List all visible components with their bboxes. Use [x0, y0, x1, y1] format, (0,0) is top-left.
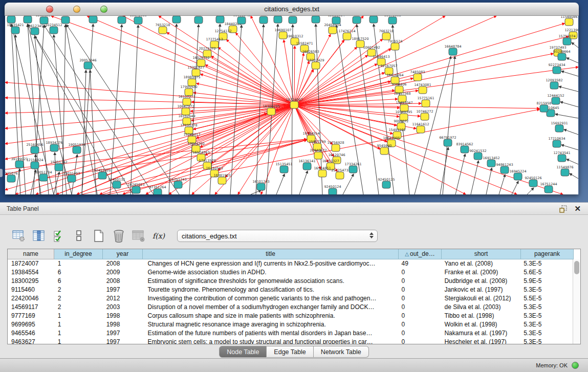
citation-edge-red[interactable] — [294, 105, 539, 108]
table-row[interactable]: 969969511998Structural magnetic resonanc… — [8, 320, 573, 329]
column-header-name[interactable]: name — [8, 249, 54, 259]
table-row[interactable]: 1938455462009Genome-wide association stu… — [8, 268, 573, 277]
table-row[interactable]: 1872400712008Changes of HCN gene express… — [8, 259, 573, 268]
citation-edge-red[interactable] — [5, 105, 294, 159]
network-graph[interactable]: 1872400718440204127541321727541320279372… — [5, 16, 578, 194]
citation-edge-black[interactable] — [82, 24, 93, 194]
graph-node[interactable]: 18935421 — [7, 23, 24, 34]
graph-node[interactable]: 7653218 — [156, 23, 170, 34]
citation-edge-red[interactable] — [201, 74, 294, 105]
function-builder-icon[interactable]: f(x) — [152, 229, 165, 243]
tab-network-table[interactable]: Network Table — [314, 346, 369, 358]
graph-node[interactable]: 12093582 — [546, 78, 562, 89]
citation-edge-red[interactable] — [56, 113, 267, 194]
column-header-in_degree[interactable]: in_degree — [54, 249, 103, 259]
graph-node[interactable]: 11575138 — [384, 16, 401, 24]
citation-edge-black[interactable] — [499, 174, 505, 194]
graph-node[interactable]: 16648781 — [365, 16, 382, 23]
graph-node[interactable]: 81630431 — [168, 16, 185, 23]
table-body[interactable]: 1872400712008Changes of HCN gene express… — [8, 259, 573, 344]
new-table-icon[interactable] — [92, 229, 105, 243]
table-row[interactable]: 911546021997Tourette syndrome. Phenomeno… — [8, 286, 573, 294]
graph-node[interactable]: 11544083 — [307, 16, 324, 23]
graph-node[interactable]: 10719185 — [113, 16, 130, 24]
graph-node[interactable]: 20840672 — [310, 148, 326, 159]
table-vertical-scrollbar[interactable] — [573, 259, 580, 344]
graph-node[interactable]: 97351264 — [149, 185, 166, 194]
citation-edge-black[interactable] — [343, 174, 354, 194]
graph-node[interactable]: 92450124 — [324, 185, 341, 194]
column-header-short[interactable]: short — [442, 249, 521, 259]
delete-icon[interactable] — [112, 229, 125, 243]
graph-node[interactable]: 19756928 — [327, 141, 344, 151]
graph-node[interactable]: 15276072 — [57, 16, 74, 24]
graph-node[interactable]: 81302742 — [284, 16, 301, 24]
graph-node[interactable]: 14055726 — [5, 16, 20, 23]
graph-node[interactable]: 19051934 — [68, 143, 85, 154]
citation-edge-black[interactable] — [572, 42, 578, 48]
citation-edge-red[interactable] — [294, 46, 295, 105]
citation-edge-black[interactable] — [567, 58, 578, 63]
citation-edge-black[interactable] — [443, 56, 455, 194]
graph-node[interactable]: 16157277 — [178, 95, 195, 105]
scrollbar-thumb[interactable] — [574, 261, 579, 274]
graph-node[interactable]: 10234512 — [45, 23, 62, 34]
citation-edge-black[interactable] — [440, 147, 448, 194]
graph-node[interactable]: 17210634 — [548, 137, 565, 147]
citation-edge-black[interactable] — [570, 173, 578, 179]
citation-edge-black[interactable] — [15, 35, 26, 194]
graph-node[interactable]: 18985075 — [183, 75, 200, 86]
graph-node[interactable]: 18381903 — [213, 173, 230, 184]
graph-node[interactable]: 25160656 — [26, 143, 43, 154]
citation-edge-red[interactable] — [5, 105, 294, 113]
citation-edge-black[interactable] — [560, 102, 578, 107]
citation-edge-black[interactable] — [527, 188, 534, 194]
citation-edge-black[interactable] — [169, 24, 177, 194]
citation-edge-red[interactable] — [294, 53, 303, 105]
column-header-title[interactable]: title — [143, 249, 399, 259]
graph-node[interactable]: 11548086 — [560, 16, 577, 26]
table-row[interactable]: 1830029562008Estimation of significance … — [8, 277, 573, 286]
select-column-icon[interactable] — [32, 229, 46, 243]
network-window-titlebar[interactable]: citations_edges.txt — [5, 3, 579, 16]
citation-edge-red[interactable] — [218, 47, 294, 105]
citation-edge-red[interactable] — [294, 73, 385, 105]
tab-node-table[interactable]: Node Table — [219, 346, 267, 358]
column-header-out_degree[interactable]: △out_de… — [399, 249, 442, 259]
graph-node[interactable]: 12156824 — [26, 158, 43, 169]
table-row[interactable]: 977716911998Corpus callosum shape and si… — [8, 312, 573, 320]
graph-node[interactable]: 94661604 — [84, 16, 101, 23]
graph-node[interactable]: 20691406 — [19, 16, 36, 23]
graph-node[interactable]: 15051342 — [50, 160, 67, 171]
citation-edge-black[interactable] — [28, 24, 133, 194]
citation-edge-black[interactable] — [561, 145, 578, 150]
graph-node[interactable]: 25225473 — [331, 168, 348, 179]
citation-edge-red[interactable] — [123, 16, 294, 105]
citation-edge-red[interactable] — [294, 24, 564, 105]
table-row[interactable]: 2242004622012Investigating the contribut… — [8, 294, 573, 303]
graph-node[interactable]: 19735403 — [269, 16, 286, 23]
graph-node[interactable]: 91250761 — [5, 171, 20, 182]
citation-edge-black[interactable] — [559, 86, 578, 92]
float-panel-icon[interactable] — [559, 205, 568, 213]
table-selector-dropdown[interactable]: citations_edges.txt — [177, 230, 378, 242]
graph-node[interactable]: 16524851 — [314, 166, 331, 177]
graph-node[interactable]: 16648784 — [444, 45, 461, 55]
graph-node[interactable]: 16026752 — [192, 56, 209, 67]
graph-node[interactable]: 39199021 — [11, 157, 28, 168]
graph-node[interactable]: 16136141 — [298, 159, 315, 170]
graph-node[interactable]: 14743081 — [414, 83, 431, 94]
citation-edge-black[interactable] — [564, 129, 578, 135]
graph-node[interactable]: 92450126 — [525, 176, 541, 187]
close-panel-icon[interactable]: ✕ — [574, 204, 581, 213]
citation-edge-black[interactable] — [471, 161, 478, 194]
table-row[interactable]: 1456911722003Disruption of a novel membe… — [8, 303, 573, 312]
citation-edge-black[interactable] — [486, 168, 492, 194]
panel-edge-handle[interactable] — [0, 169, 3, 177]
graph-node[interactable]: 10653284 — [190, 16, 207, 24]
graph-node[interactable]: 12213906 — [255, 16, 272, 24]
column-header-pagerank[interactable]: pagerank — [521, 249, 574, 259]
graph-node[interactable]: 13207429 — [307, 58, 324, 69]
citation-edge-red[interactable] — [294, 36, 569, 105]
citation-edge-black[interactable] — [567, 159, 578, 164]
